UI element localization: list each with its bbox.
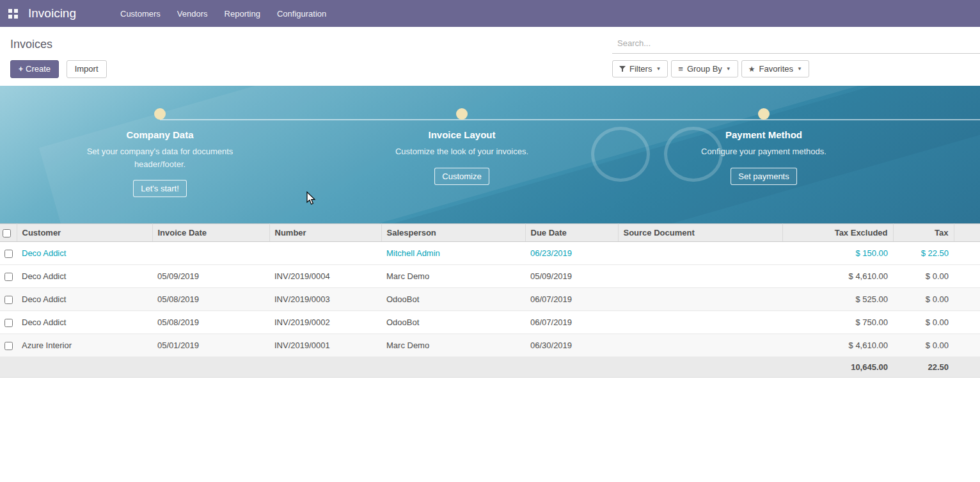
group-by-button-label: Group By [687, 64, 722, 74]
menu-reporting[interactable]: Reporting [216, 0, 269, 27]
totals-spacer [954, 357, 980, 378]
favorites-button-label: Favorites [759, 64, 793, 74]
page-title: Invoices [10, 38, 52, 51]
cell-tax: $ 0.00 [893, 288, 954, 311]
step-description: Customize the look of your invoices. [379, 145, 545, 158]
filters-button[interactable]: Filters ▼ [612, 60, 668, 77]
column-header-tax-excluded[interactable]: Tax Excluded [782, 224, 893, 242]
table-row[interactable]: Deco Addict 05/08/2019 INV/2019/0003 Odo… [0, 288, 980, 311]
cell-salesperson: Marc Demo [381, 334, 525, 357]
step-title: Payment Method [613, 129, 915, 140]
cell-due-date: 06/30/2019 [525, 334, 618, 357]
filter-icon [619, 66, 626, 72]
cell-tax: $ 0.00 [893, 311, 954, 334]
cell-salesperson: Mitchell Admin [381, 242, 525, 265]
cell-customer: Azure Interior [17, 334, 152, 357]
row-checkbox[interactable] [4, 296, 13, 304]
cell-invoice-date: 05/09/2019 [152, 265, 269, 288]
cell-tax-excluded: $ 150.00 [782, 242, 893, 265]
plus-icon: + [19, 65, 23, 74]
table-totals-row: 10,645.00 22.50 [0, 357, 980, 378]
cell-customer: Deco Addict [17, 311, 152, 334]
cell-due-date: 06/07/2019 [525, 288, 618, 311]
cell-customer: Deco Addict [17, 288, 152, 311]
action-buttons: +Create Import [10, 60, 107, 78]
table-row[interactable]: Deco Addict 05/08/2019 INV/2019/0002 Odo… [0, 311, 980, 334]
step-title: Company Data [9, 129, 311, 140]
create-button-label: Create [26, 64, 51, 74]
menu-customers[interactable]: Customers [112, 0, 169, 27]
chevron-down-icon: ▼ [656, 67, 661, 72]
menu-configuration[interactable]: Configuration [269, 0, 335, 27]
row-checkbox[interactable] [4, 250, 13, 258]
column-header-customer[interactable]: Customer [17, 224, 152, 242]
column-header-tax[interactable]: Tax [893, 224, 954, 242]
cell-salesperson: OdooBot [381, 311, 525, 334]
favorites-button[interactable]: ★ Favorites ▼ [741, 60, 809, 77]
onboarding-step-payment-method: Payment Method Configure your payment me… [613, 108, 915, 197]
create-button[interactable]: +Create [10, 60, 59, 78]
table-row[interactable]: Azure Interior 05/01/2019 INV/2019/0001 … [0, 334, 980, 357]
search-input[interactable] [612, 35, 980, 54]
cell-number [269, 242, 381, 265]
cell-invoice-date: 05/08/2019 [152, 288, 269, 311]
menu-vendors[interactable]: Vendors [169, 0, 216, 27]
total-tax: 22.50 [893, 357, 954, 378]
cell-invoice-date: 05/01/2019 [152, 334, 269, 357]
row-checkbox[interactable] [4, 319, 13, 327]
cell-number: INV/2019/0003 [269, 288, 381, 311]
apps-grid-icon [8, 9, 18, 19]
cell-due-date: 06/07/2019 [525, 311, 618, 334]
cell-source-document [618, 334, 782, 357]
cell-tax: $ 0.00 [893, 265, 954, 288]
step-description: Set your company's data for documents he… [77, 145, 243, 170]
onboarding-banner: Company Data Set your company's data for… [0, 86, 980, 223]
cell-number: INV/2019/0004 [269, 265, 381, 288]
cell-due-date: 06/23/2019 [525, 242, 618, 265]
set-payments-button[interactable]: Set payments [731, 168, 797, 185]
lets-start-button[interactable]: Let's start! [133, 180, 187, 197]
cell-source-document [618, 288, 782, 311]
row-checkbox[interactable] [4, 273, 13, 281]
totals-spacer [0, 357, 17, 378]
navbar-menu: Customers Vendors Reporting Configuratio… [112, 0, 335, 27]
import-button-label: Import [75, 64, 99, 74]
column-header-source-document[interactable]: Source Document [618, 224, 782, 242]
top-navbar: Invoicing Customers Vendors Reporting Co… [0, 0, 980, 27]
import-button[interactable]: Import [67, 60, 107, 78]
control-panel: Invoices +Create Import Filters ▼ ≡ Grou… [0, 27, 980, 86]
search-options: Filters ▼ ≡ Group By ▼ ★ Favorites ▼ [612, 60, 980, 77]
app-title[interactable]: Invoicing [28, 6, 76, 20]
cell-spacer [954, 242, 980, 265]
onboarding-step-company-data: Company Data Set your company's data for… [9, 108, 311, 197]
chevron-down-icon: ▼ [726, 67, 731, 72]
table-row[interactable]: Deco Addict 05/09/2019 INV/2019/0004 Mar… [0, 265, 980, 288]
cell-spacer [954, 334, 980, 357]
cell-due-date: 05/09/2019 [525, 265, 618, 288]
row-checkbox[interactable] [4, 342, 13, 350]
column-header-number[interactable]: Number [269, 224, 381, 242]
cell-invoice-date: 05/08/2019 [152, 311, 269, 334]
column-header-invoice-date[interactable]: Invoice Date [152, 224, 269, 242]
cell-spacer [954, 311, 980, 334]
cell-tax: $ 22.50 [893, 242, 954, 265]
column-header-due-date[interactable]: Due Date [525, 224, 618, 242]
step-title: Invoice Layout [311, 129, 613, 140]
row-select-cell [0, 334, 17, 357]
customize-button[interactable]: Customize [434, 168, 489, 185]
step-dot [456, 108, 468, 120]
group-by-button[interactable]: ≡ Group By ▼ [671, 60, 738, 77]
cell-source-document [618, 311, 782, 334]
column-header-salesperson[interactable]: Salesperson [381, 224, 525, 242]
row-select-cell [0, 265, 17, 288]
cell-number: INV/2019/0001 [269, 334, 381, 357]
select-all-checkbox[interactable] [3, 229, 11, 237]
cell-customer: Deco Addict [17, 265, 152, 288]
row-select-cell [0, 242, 17, 265]
table-row[interactable]: Deco Addict Mitchell Admin 06/23/2019 $ … [0, 242, 980, 265]
cell-salesperson: OdooBot [381, 288, 525, 311]
step-dot [154, 108, 166, 120]
apps-menu-icon[interactable] [0, 0, 26, 27]
step-dot [758, 108, 770, 120]
cell-source-document [618, 242, 782, 265]
